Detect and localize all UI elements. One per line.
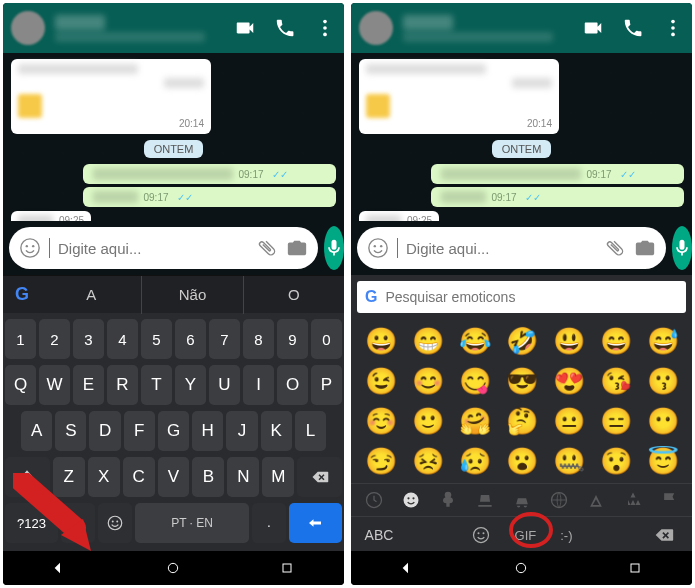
key-n[interactable]: N [227,457,259,497]
suggestion[interactable]: A [41,276,141,314]
key-m[interactable]: M [262,457,294,497]
emoji-item[interactable]: 😂 [453,323,496,359]
emoji-item[interactable]: 😯 [594,443,637,479]
key-x[interactable]: X [88,457,120,497]
emoji-item[interactable]: 😗 [641,363,684,399]
key-9[interactable]: 9 [277,319,308,359]
key-b[interactable]: B [192,457,224,497]
emoji-item[interactable]: 😐 [547,403,590,439]
travel-category-icon[interactable] [512,490,532,510]
back-icon[interactable] [52,560,68,576]
key-e[interactable]: E [73,365,104,405]
key-1[interactable]: 1 [5,319,36,359]
message-input-box[interactable] [9,227,318,269]
message-incoming[interactable]: 09:25 [359,211,439,221]
comma-key[interactable]: , [61,503,95,543]
symbols-category-icon[interactable] [623,490,643,510]
gif-tab-button[interactable]: GIF [515,528,537,543]
home-icon[interactable] [513,560,529,576]
voice-call-icon[interactable] [622,17,644,39]
video-call-icon[interactable] [234,17,256,39]
key-d[interactable]: D [89,411,120,451]
suggestion[interactable]: Não [141,276,242,314]
key-k[interactable]: K [261,411,292,451]
camera-icon[interactable] [634,237,656,259]
emoji-item[interactable]: 😑 [594,403,637,439]
key-6[interactable]: 6 [175,319,206,359]
emoji-search-input[interactable] [385,289,678,305]
chat-area[interactable]: 20:14 ONTEM 09:17 ✓✓ 09:17 ✓✓ 09:25 [351,53,692,221]
contact-info[interactable] [55,15,234,42]
key-v[interactable]: V [158,457,190,497]
emoji-item[interactable]: 😏 [359,443,402,479]
key-h[interactable]: H [192,411,223,451]
emoji-item[interactable]: 😄 [594,323,637,359]
key-q[interactable]: Q [5,365,36,405]
message-outgoing[interactable]: 09:17 ✓✓ [431,187,685,207]
key-2[interactable]: 2 [39,319,70,359]
emoji-keyboard-key[interactable] [98,503,132,543]
emoji-item[interactable]: 😘 [594,363,637,399]
emoji-item[interactable]: 😮 [500,443,543,479]
key-y[interactable]: Y [175,365,206,405]
key-s[interactable]: S [55,411,86,451]
message-input[interactable] [58,240,248,257]
emoji-item[interactable]: 😀 [359,323,402,359]
google-logo-icon[interactable]: G [3,284,41,305]
attach-icon[interactable] [251,232,282,263]
symbols-key[interactable]: ?123 [5,503,58,543]
emoji-backspace-button[interactable] [642,525,686,545]
emoji-item[interactable]: 😁 [406,323,449,359]
avatar[interactable] [359,11,393,45]
objects-category-icon[interactable] [586,490,606,510]
key-f[interactable]: F [124,411,155,451]
emoji-item[interactable]: 😃 [547,323,590,359]
camera-icon[interactable] [286,237,308,259]
emoji-item[interactable]: 🤗 [453,403,496,439]
emoji-item[interactable]: ☺️ [359,403,402,439]
message-input-box[interactable] [357,227,666,269]
food-category-icon[interactable] [475,490,495,510]
space-key[interactable]: PT · EN [135,503,249,543]
home-icon[interactable] [165,560,181,576]
message-outgoing[interactable]: 09:17 ✓✓ [83,164,337,184]
mic-button[interactable] [672,226,692,270]
emoji-item[interactable]: 😊 [406,363,449,399]
nature-category-icon[interactable] [438,490,458,510]
back-icon[interactable] [400,560,416,576]
emoji-tab-icon[interactable] [471,525,491,545]
key-l[interactable]: L [295,411,326,451]
smileys-category-icon[interactable] [401,490,421,510]
key-4[interactable]: 4 [107,319,138,359]
emoji-item[interactable]: 😥 [453,443,496,479]
message-outgoing[interactable]: 09:17 ✓✓ [83,187,337,207]
emoji-item[interactable]: 🤣 [500,323,543,359]
period-key[interactable]: . [252,503,286,543]
avatar[interactable] [11,11,45,45]
emoji-item[interactable]: 🤔 [500,403,543,439]
message-outgoing[interactable]: 09:17 ✓✓ [431,164,685,184]
mic-button[interactable] [324,226,344,270]
emoji-item[interactable]: 😎 [500,363,543,399]
key-p[interactable]: P [311,365,342,405]
message-incoming[interactable]: 20:14 [359,59,559,134]
recents-icon[interactable] [627,560,643,576]
emoji-search-box[interactable]: G [357,281,686,313]
key-3[interactable]: 3 [73,319,104,359]
more-icon[interactable] [314,17,336,39]
emoji-item[interactable]: 😶 [641,403,684,439]
key-r[interactable]: R [107,365,138,405]
emoji-item[interactable]: 😅 [641,323,684,359]
message-incoming[interactable]: 20:14 [11,59,211,134]
key-7[interactable]: 7 [209,319,240,359]
chat-area[interactable]: 20:14 ONTEM 09:17 ✓✓ 09:17 ✓✓ 09:25 [3,53,344,221]
emoji-item[interactable]: 🤐 [547,443,590,479]
key-w[interactable]: W [39,365,70,405]
message-input[interactable] [406,240,596,257]
more-icon[interactable] [662,17,684,39]
recents-icon[interactable] [279,560,295,576]
video-call-icon[interactable] [582,17,604,39]
recent-category-icon[interactable] [364,490,384,510]
textface-tab-button[interactable]: :-) [560,528,572,543]
activities-category-icon[interactable] [549,490,569,510]
